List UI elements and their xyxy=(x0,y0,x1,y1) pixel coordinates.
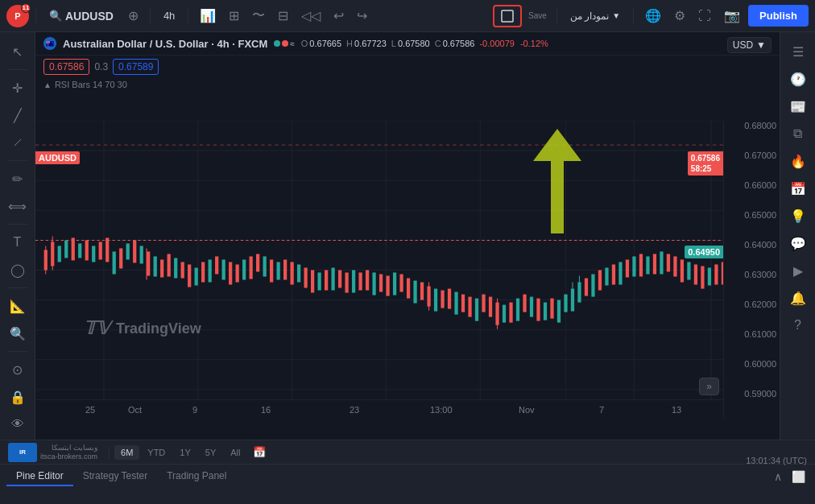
bottom-tabs-row: Pine Editor Strategy Tester Trading Pane… xyxy=(0,465,815,489)
svg-rect-92 xyxy=(530,297,533,317)
tab-strategy-tester[interactable]: Strategy Tester xyxy=(73,467,157,486)
search-icon: 🔍 xyxy=(49,10,62,22)
compare-icon[interactable]: ⊞ xyxy=(224,5,244,27)
replay-icon[interactable]: ◁◁ xyxy=(296,5,325,27)
sidebar-sep4 xyxy=(8,287,27,288)
itsca-logo-area: IR وبسایت ایتسکا itsca-brokers.com xyxy=(8,443,97,462)
svg-rect-78 xyxy=(434,289,437,312)
sidebar-sep1 xyxy=(8,69,27,70)
open-value: O 0.67665 xyxy=(301,39,341,48)
svg-rect-36 xyxy=(147,251,150,275)
svg-rect-110 xyxy=(653,254,656,274)
shape-tool[interactable]: ◯ xyxy=(5,257,31,283)
chat-icon[interactable]: 💬 xyxy=(785,230,811,256)
symbol-label: AUDUSD xyxy=(65,10,114,23)
fullscreen-icon[interactable]: ⛶ xyxy=(693,6,716,27)
settings-icon[interactable]: ⚙ xyxy=(669,5,690,27)
price-level-60: 0.60000 xyxy=(744,359,776,369)
green-dot xyxy=(274,40,280,47)
trend-line-tool[interactable]: ╱ xyxy=(5,102,31,128)
magnet-tool[interactable]: ⊙ xyxy=(5,357,31,382)
tf-all[interactable]: All xyxy=(224,445,246,460)
globe-icon[interactable]: 🌐 xyxy=(640,5,666,27)
collapse-icon[interactable]: ∧ xyxy=(771,469,785,485)
publish-button[interactable]: Publish xyxy=(748,5,809,27)
top-toolbar: P 11 🔍 AUDUSD ⊕ 4h 📊 ⊞ 〜 ⊟ ◁◁ ↩ ↪ Save ن… xyxy=(0,0,815,32)
bulb-icon[interactable]: 💡 xyxy=(785,203,811,229)
ruler-tool[interactable]: ⟺ xyxy=(5,193,31,219)
ohlc-values: O 0.67665 H 0.67723 L 0.67580 C 0.67586 … xyxy=(301,39,548,48)
play-icon[interactable]: ▶ xyxy=(785,258,811,283)
svg-rect-108 xyxy=(639,254,643,276)
zoom-tool[interactable]: 🔍 xyxy=(5,320,31,346)
red-dot xyxy=(282,40,288,47)
svg-rect-100 xyxy=(585,279,588,296)
bar-type-icon[interactable]: 📊 xyxy=(195,5,221,27)
svg-rect-118 xyxy=(708,267,711,285)
svg-rect-75 xyxy=(413,281,416,304)
svg-rect-54 xyxy=(270,259,273,282)
save-icon-btn[interactable] xyxy=(493,5,522,27)
sidebar-sep5 xyxy=(8,351,27,352)
timeframe-btn[interactable]: 4h xyxy=(157,6,181,25)
price-input-1[interactable]: 0.67586 xyxy=(43,59,89,75)
tf-ytd[interactable]: YTD xyxy=(141,445,172,460)
currency-label: USD xyxy=(733,39,753,51)
separator xyxy=(35,8,36,24)
svg-rect-76 xyxy=(420,283,424,300)
tab-trading-panel[interactable]: Trading Panel xyxy=(157,467,236,486)
maximize-panel-icon[interactable]: ⬜ xyxy=(788,469,809,485)
calendar-icon[interactable]: 📅 xyxy=(785,176,811,201)
pen-tool[interactable]: ✏ xyxy=(5,166,31,192)
cursor-tool[interactable]: ↖ xyxy=(5,39,31,64)
redo-icon[interactable]: ↪ xyxy=(352,5,372,27)
search-symbol-btn[interactable]: 🔍 AUDUSD xyxy=(43,6,120,26)
news-icon[interactable]: 📰 xyxy=(785,93,811,119)
price-input-2[interactable]: 0.67589 xyxy=(113,59,159,75)
svg-rect-91 xyxy=(523,295,526,312)
crosshair-tool[interactable]: ✛ xyxy=(5,75,31,101)
calendar-tf-icon[interactable]: 📅 xyxy=(248,443,271,461)
lock-tool[interactable]: 🔒 xyxy=(5,384,31,410)
svg-rect-48 xyxy=(229,262,232,284)
app-logo[interactable]: P 11 xyxy=(6,5,29,27)
layers-icon[interactable]: ⧉ xyxy=(785,121,811,147)
add-symbol-btn[interactable]: ⊕ xyxy=(123,5,143,27)
indicators-icon[interactable]: 〜 xyxy=(247,4,270,27)
currency-selector[interactable]: USD ▼ xyxy=(727,37,772,53)
svg-rect-70 xyxy=(379,275,383,292)
svg-rect-83 xyxy=(468,297,471,317)
text-tool[interactable]: T xyxy=(5,229,31,255)
change-value: -0.00079 -0.12% xyxy=(479,39,548,48)
templates-icon[interactable]: ⊟ xyxy=(273,5,293,27)
camera-icon[interactable]: 📷 xyxy=(719,5,745,27)
undo-icon[interactable]: ↩ xyxy=(329,5,349,27)
alert-icon[interactable]: 🔔 xyxy=(785,285,811,311)
svg-rect-115 xyxy=(687,262,690,279)
tf-6m[interactable]: 6M xyxy=(114,445,139,460)
measure-tool[interactable]: 📐 xyxy=(5,293,31,319)
multi-tool[interactable]: ⟋ xyxy=(5,130,31,155)
help-icon[interactable]: ? xyxy=(785,312,811,338)
chart-canvas-wrapper[interactable]: AUDUSD 0.67586 58:25 0.64950 0.68000 0.6… xyxy=(35,121,780,419)
fire-icon[interactable]: 🔥 xyxy=(785,148,811,174)
svg-rect-95 xyxy=(550,299,553,319)
arabic-menu-btn[interactable]: نمودار من ▼ xyxy=(564,7,627,25)
svg-rect-113 xyxy=(673,256,676,276)
arabic-label: نمودار من xyxy=(570,10,609,22)
tab-pine-editor[interactable]: Pine Editor xyxy=(6,467,73,486)
sidebar-sep3 xyxy=(8,224,27,225)
itsca-text: وبسایت ایتسکا itsca-brokers.com xyxy=(40,444,97,461)
svg-rect-71 xyxy=(386,276,389,296)
watchlist-icon[interactable]: ☰ xyxy=(785,39,811,64)
tf-5y[interactable]: 5Y xyxy=(199,445,222,460)
tilde-icon: ≈ xyxy=(290,39,295,48)
rsi-expand-btn[interactable]: ▲ xyxy=(43,81,52,89)
tf-1y[interactable]: 1Y xyxy=(173,445,197,460)
hide-tool[interactable]: 👁 xyxy=(5,411,31,437)
arrow-annotation xyxy=(533,129,581,242)
expand-btn[interactable]: » xyxy=(699,378,719,395)
currency-dropdown-arrow: ▼ xyxy=(756,39,766,51)
svg-rect-107 xyxy=(632,256,635,276)
clock-icon[interactable]: 🕐 xyxy=(785,66,811,92)
